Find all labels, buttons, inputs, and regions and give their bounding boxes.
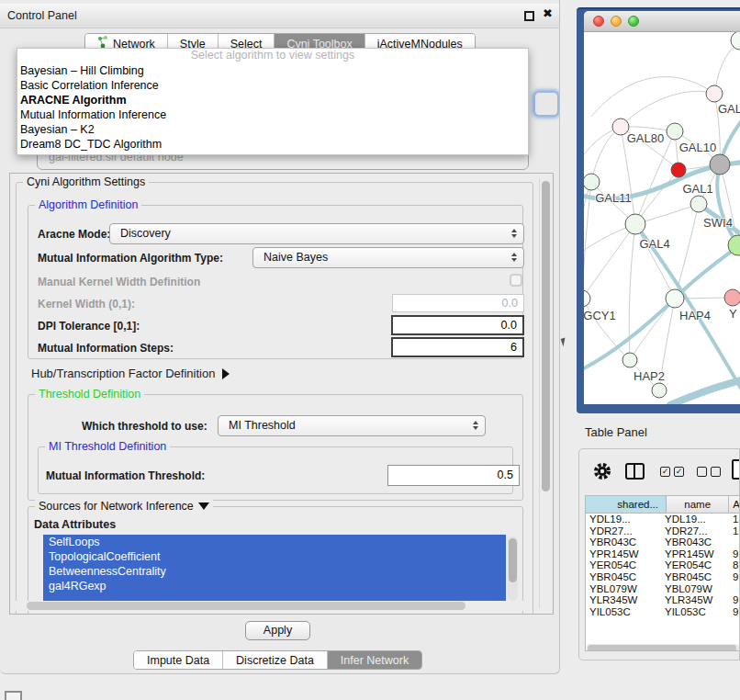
apply-button[interactable]: Apply (245, 621, 310, 640)
spinner-arrows-icon (511, 229, 517, 238)
mi-steps-field[interactable]: 6 (391, 337, 524, 357)
columns-icon[interactable] (625, 463, 645, 480)
mouse-cursor (561, 337, 568, 346)
mi-threshold-definition-group: MI Threshold Definition Mutual Informati… (38, 446, 513, 494)
mi-threshold-field[interactable]: 0.5 (387, 465, 520, 486)
attribute-list-item[interactable]: BetweennessCentrality (43, 564, 506, 579)
algorithm-option[interactable]: Bayesian – Hill Climbing (17, 63, 528, 78)
network-node[interactable] (667, 123, 683, 140)
node-label: GAL11 (595, 191, 632, 205)
table-cell: 12 (733, 525, 740, 537)
network-node[interactable] (671, 163, 686, 177)
algorithm-option[interactable]: Bayesian – K2 (17, 122, 528, 137)
float-window-icon[interactable] (524, 11, 534, 21)
tab-infer-network[interactable]: Infer Network (327, 651, 421, 669)
settings-vertical-scrollbar[interactable] (539, 178, 551, 608)
table-cell: YER054C (586, 559, 665, 571)
network-view-frame: GALGAL80GAL10GAL1GAL11SWI4GAL4GCY1HAP4YH… (577, 7, 740, 413)
network-node[interactable] (584, 290, 590, 307)
algorithm-option[interactable]: Dream8 DC_TDC Algorithm (17, 137, 528, 152)
table-row[interactable]: YER054CYER054C8. (586, 559, 740, 571)
column-header-partial[interactable]: A (729, 496, 740, 513)
sources-group-title[interactable]: Sources for Network Inference (35, 500, 213, 513)
table-row[interactable]: YLR345WYLR345W9. (586, 594, 740, 606)
table-row[interactable]: YBR045CYBR045C9. (586, 571, 740, 583)
network-node[interactable] (731, 32, 740, 50)
algorithm-option[interactable]: Mutual Information Inference (17, 107, 528, 122)
kernel-width-field[interactable]: 0.0 (392, 294, 524, 312)
tab-impute-data[interactable]: Impute Data (134, 651, 222, 669)
table-horizontal-scrollbar[interactable] (587, 644, 739, 651)
table-cell: YPR145W (665, 548, 733, 560)
window-close-icon[interactable] (593, 16, 604, 27)
network-node[interactable] (724, 289, 740, 306)
select-all-checks-icon[interactable]: ✓✓ (660, 467, 684, 477)
network-node[interactable] (652, 383, 667, 398)
table-row[interactable]: YPR145WYPR145W9. (586, 548, 740, 560)
control-panel-title: Control Panel (7, 9, 77, 22)
table-row[interactable]: YBR043CYBR043C (586, 536, 740, 548)
table-cell: 9. (733, 571, 740, 583)
manual-kernel-checkbox[interactable] (510, 274, 522, 287)
network-node[interactable] (690, 196, 707, 212)
grid-widget-icon[interactable] (5, 691, 22, 700)
hub-tf-definition-toggle[interactable]: Hub/Transcription Factor Definition (31, 367, 230, 380)
network-canvas[interactable]: GALGAL80GAL10GAL1GAL11SWI4GAL4GCY1HAP4YH… (584, 32, 740, 404)
dpi-tolerance-field[interactable]: 0.0 (391, 315, 524, 335)
algorithm-option[interactable]: ARACNE Algorithm (17, 93, 528, 107)
mi-steps-label: Mutual Information Steps: (38, 342, 174, 355)
window-minimize-icon[interactable] (611, 16, 622, 27)
spinner-arrows-icon (473, 421, 478, 430)
close-icon[interactable]: ✖ (543, 6, 553, 20)
node-label: GAL (718, 102, 740, 116)
network-node[interactable] (706, 85, 723, 102)
file-icon[interactable] (732, 459, 740, 480)
table-cell: 9. (733, 594, 740, 606)
aracne-mode-label: Aracne Mode: (38, 228, 110, 241)
attribute-list-item[interactable]: SelfLoops (43, 535, 506, 549)
table-cell: YIL053C (586, 606, 665, 618)
which-threshold-combo[interactable]: MI Threshold (218, 415, 486, 436)
bottom-tabbar: Impute Data Discretize Data Infer Networ… (133, 650, 422, 670)
group-title: Threshold Definition (35, 388, 144, 401)
network-node[interactable] (710, 154, 730, 175)
table-cell: YBR045C (665, 571, 733, 583)
window-zoom-icon[interactable] (628, 16, 639, 27)
algorithm-option[interactable]: Basic Correlation Inference (17, 78, 528, 93)
settings-horizontal-scrollbar[interactable] (16, 601, 532, 611)
aracne-mode-value: Discovery (120, 227, 171, 240)
table-row[interactable]: YIL053CYIL053C9 (586, 606, 740, 618)
table-cell: YPR145W (586, 548, 665, 560)
algorithm-definition-group: Algorithm Definition Aracne Mode: Discov… (28, 205, 523, 359)
node-label: GAL80 (627, 131, 664, 145)
data-attributes-list[interactable]: SelfLoopsTopologicalCoefficientBetweenne… (43, 535, 506, 604)
chevron-down-icon (198, 502, 209, 510)
attribute-list-item[interactable]: gal4RGexp (43, 579, 506, 593)
table-cell: YBR045C (586, 571, 665, 583)
column-header-shared-name[interactable]: shared... (586, 496, 667, 513)
node-label: Y (729, 307, 737, 321)
table-row[interactable]: YDL19...YDL19...13 (586, 514, 740, 525)
network-node[interactable] (625, 214, 645, 234)
table-row[interactable]: YBL079WYBL079W (586, 583, 740, 595)
sources-title-text: Sources for Network Inference (39, 500, 194, 513)
aracne-mode-combo[interactable]: Discovery (109, 223, 524, 244)
table-cell: YLR345W (665, 594, 733, 606)
gear-icon[interactable] (592, 461, 612, 485)
settings-viewport: Cyni Algorithm Settings Algorithm Defini… (9, 173, 554, 615)
network-node[interactable] (666, 289, 684, 308)
table-row[interactable]: YDR27...YDR27...12 (586, 525, 740, 537)
attributes-list-scrollbar[interactable] (508, 536, 518, 601)
network-window-titlebar[interactable] (584, 11, 740, 32)
network-node[interactable] (584, 174, 600, 190)
focused-combo-fragment[interactable] (534, 92, 558, 116)
mi-type-value: Naive Bayes (263, 251, 328, 264)
column-header-name[interactable]: name (667, 496, 729, 513)
tab-discretize-data[interactable]: Discretize Data (222, 651, 327, 669)
mi-algorithm-type-combo[interactable]: Naive Bayes (252, 247, 524, 268)
attribute-list-item[interactable]: TopologicalCoefficient (43, 549, 506, 564)
deselect-all-checks-icon[interactable] (697, 467, 721, 477)
network-node-labels: GALGAL80GAL10GAL1GAL11SWI4GAL4GCY1HAP4YH… (584, 102, 740, 383)
network-node[interactable] (622, 353, 637, 367)
table-cell: YBR043C (586, 536, 665, 548)
